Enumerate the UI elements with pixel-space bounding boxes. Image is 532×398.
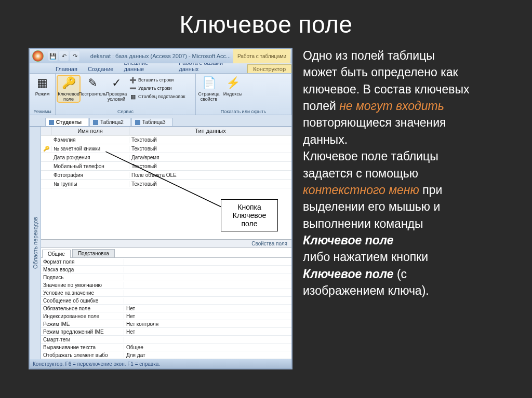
text-line: может быть определено как: [303, 64, 516, 80]
callout-box: Кнопка Ключевое поле: [221, 199, 278, 231]
properties-header: Свойства поля: [41, 239, 291, 248]
explanatory-text: Одно из полей таблицы может быть определ…: [303, 48, 516, 369]
nav-pane-label: Область переходов: [32, 217, 38, 269]
tab-general[interactable]: Общие: [42, 250, 71, 258]
property-row[interactable]: Условие на значение: [41, 289, 291, 297]
tab-lookup[interactable]: Подстановка: [72, 249, 115, 257]
property-row[interactable]: Значение по умолчанию: [41, 281, 291, 289]
text-emphasis: контекстного меню: [303, 183, 419, 197]
property-row[interactable]: Подпись: [41, 273, 291, 281]
property-row[interactable]: Обязательное полеНет: [41, 305, 291, 312]
ribbon: ▦ Режим Режимы 🔑 Ключевое поле ✎: [30, 74, 291, 115]
property-row[interactable]: Выравнивание текстаОбщее: [41, 344, 291, 351]
field-row[interactable]: ФотографияПоле объекта OLE: [41, 171, 291, 180]
field-name-cell[interactable]: Мобильный телефон: [51, 163, 129, 169]
lookup-col-button[interactable]: ▦Столбец подстановок: [129, 92, 185, 101]
indexes-button[interactable]: ⚡ Индексы: [222, 76, 244, 97]
tab-home[interactable]: Главная: [50, 65, 83, 73]
field-row[interactable]: 🔑№ зачетной книжкиТекстовый: [41, 144, 291, 153]
data-type-cell[interactable]: Текстовый: [129, 181, 291, 187]
group-showhide: Показать или скрыть: [196, 109, 291, 114]
group-views: Режимы: [30, 109, 55, 114]
text-line: повторяющиеся значения: [303, 115, 516, 130]
property-value[interactable]: Нет контроля: [124, 321, 291, 327]
field-name-cell[interactable]: № зачетной книжки: [51, 146, 129, 152]
field-row[interactable]: Дата рожденияДата/время: [41, 153, 291, 162]
property-name: Маска ввода: [41, 267, 124, 272]
field-name-cell[interactable]: № группы: [51, 181, 129, 187]
primary-key-button[interactable]: 🔑 Ключевое поле: [58, 76, 79, 102]
data-type-cell[interactable]: Текстовый: [129, 163, 291, 169]
nav-pane-collapsed[interactable]: Область переходов: [30, 127, 41, 359]
property-value[interactable]: Общее: [124, 345, 291, 350]
property-tabs: Общие Подстановка: [41, 248, 291, 258]
data-type-cell[interactable]: Поле объекта OLE: [129, 172, 291, 178]
callout-line2: Ключевое: [224, 211, 274, 219]
field-name-cell[interactable]: Дата рождения: [51, 155, 129, 160]
field-row[interactable]: Мобильный телефонТекстовый: [41, 162, 291, 171]
property-row[interactable]: Сообщение об ошибке: [41, 297, 291, 305]
text-bold: Ключевое поле: [303, 267, 394, 281]
field-row[interactable]: ФамилияТекстовый: [41, 135, 291, 144]
field-name-cell[interactable]: Фотография: [51, 172, 129, 178]
data-type-cell[interactable]: Текстовый: [129, 146, 291, 152]
property-name: Формат поля: [41, 259, 124, 265]
tab-create[interactable]: Создание: [83, 65, 119, 73]
data-type-cell[interactable]: Текстовый: [129, 137, 291, 143]
text-bold: Ключевое поле: [303, 232, 516, 248]
property-row[interactable]: Индексированное полеНет: [41, 312, 291, 320]
delete-icon: ➖: [129, 85, 137, 92]
data-type-cell[interactable]: Дата/время: [129, 155, 291, 160]
statusbar: Конструктор. F6 = переключение окон. F1 …: [30, 359, 291, 368]
property-name: Режим IME: [41, 321, 124, 327]
checklist-icon: ✓: [109, 76, 124, 90]
validate-button[interactable]: ✓ Проверка условий: [105, 76, 127, 102]
text-line: либо нажатием кнопки: [303, 249, 516, 265]
field-name-cell[interactable]: Фамилия: [51, 137, 129, 143]
property-name: Режим предложений IME: [41, 329, 124, 335]
text-span: (с: [394, 267, 407, 281]
property-sheet-button[interactable]: 📄 Страница свойств: [198, 76, 220, 102]
view-button[interactable]: ▦ Режим: [32, 76, 53, 97]
lookup-icon: ▦: [129, 93, 137, 100]
property-value[interactable]: Нет: [124, 306, 291, 311]
lookup-col-label: Столбец подстановок: [138, 94, 185, 99]
builder-button[interactable]: ✎ Построитель: [82, 76, 103, 97]
property-value[interactable]: Для дат: [124, 352, 291, 358]
view-button-label: Режим: [35, 91, 50, 97]
col-fieldname: Имя поля: [51, 127, 129, 135]
property-row[interactable]: Режим предложений IMEНет: [41, 328, 291, 336]
object-tab-students[interactable]: Студенты: [45, 118, 88, 126]
property-row[interactable]: Отображать элемент выбоДля дат: [41, 351, 291, 359]
row-selector[interactable]: 🔑: [41, 146, 51, 152]
property-row[interactable]: Маска ввода: [41, 266, 291, 273]
lightning-icon: ⚡: [225, 76, 240, 90]
property-name: Условие на значение: [41, 290, 124, 296]
table-design-area: Имя поля Тип данных ФамилияТекстовый🔑№ з…: [41, 127, 291, 359]
delete-rows-label: Удалить строки: [138, 86, 171, 91]
property-name: Обязательное поле: [41, 306, 124, 311]
property-row[interactable]: Смарт-теги: [41, 336, 291, 344]
property-row[interactable]: Режим IMEНет контроля: [41, 320, 291, 328]
property-value[interactable]: Нет: [124, 329, 291, 335]
grid-header: Имя поля Тип данных: [41, 127, 291, 135]
object-tab-table3[interactable]: Таблица3: [131, 118, 172, 126]
insert-rows-label: Вставить строки: [138, 77, 174, 83]
object-tabs: Студенты Таблица2 Таблица3: [30, 115, 291, 127]
property-sheet-label: Страница свойств: [198, 91, 220, 102]
property-row[interactable]: Формат поля: [41, 258, 291, 266]
validate-label: Проверка условий: [105, 91, 127, 102]
text-line: выделении его мышью и: [303, 199, 516, 214]
field-row[interactable]: № группыТекстовый: [41, 180, 291, 188]
tab-design[interactable]: Конструктор: [247, 64, 291, 73]
ribbon-tabs: Главная Создание Внешние данные Работа с…: [30, 63, 291, 74]
object-tab-label: Студенты: [56, 119, 82, 125]
property-value[interactable]: Нет: [124, 313, 291, 319]
insert-rows-button[interactable]: ➕Вставить строки: [129, 76, 185, 84]
object-tab-table2[interactable]: Таблица2: [89, 118, 130, 126]
sheet-icon: 📄: [202, 76, 216, 90]
text-line: Одно из полей таблицы: [303, 48, 516, 63]
col-datatype: Тип данных: [129, 127, 291, 135]
contextual-tab-label: Работа с таблицами: [233, 49, 290, 63]
delete-rows-button[interactable]: ➖Удалить строки: [129, 84, 185, 92]
